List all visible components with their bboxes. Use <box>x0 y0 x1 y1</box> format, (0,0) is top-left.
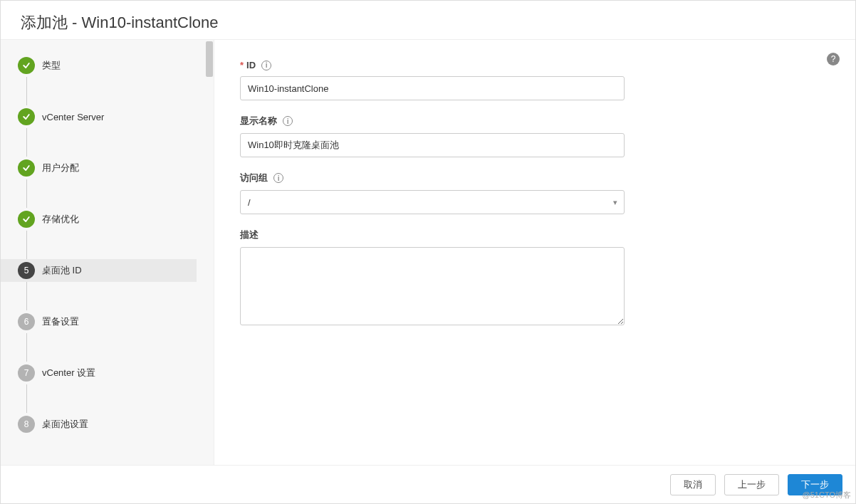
wizard-step-8: 8桌面池设置 <box>18 413 214 436</box>
help-icon[interactable]: ? <box>827 53 840 65</box>
info-icon[interactable]: i <box>283 116 293 126</box>
display-name-label-text: 显示名称 <box>240 115 277 127</box>
step-connector <box>26 77 27 105</box>
step-connector <box>26 384 27 413</box>
step-number-badge: 7 <box>18 364 35 382</box>
id-input[interactable] <box>240 76 625 100</box>
access-group-select[interactable]: / <box>240 190 625 214</box>
access-group-label-text: 访问组 <box>240 172 268 184</box>
wizard-step-1[interactable]: 类型 <box>18 54 214 77</box>
form-panel: ? * ID i 显示名称 i 访问组 i <box>214 40 855 465</box>
check-icon <box>18 57 35 74</box>
wizard-step-label: 用户分配 <box>42 162 79 174</box>
wizard-step-4[interactable]: 存储优化 <box>18 208 214 231</box>
info-icon[interactable]: i <box>261 61 271 70</box>
required-asterisk: * <box>240 60 244 70</box>
wizard-step-3[interactable]: 用户分配 <box>18 157 214 179</box>
step-connector <box>26 333 27 362</box>
wizard-step-label: vCenter 设置 <box>42 367 95 379</box>
check-icon <box>18 108 35 125</box>
watermark-text: @51CTO博客 <box>803 490 851 500</box>
dialog-footer: 取消 上一步 下一步 <box>1 465 855 503</box>
id-label-text: ID <box>246 60 256 70</box>
wizard-step-label: 类型 <box>42 59 61 72</box>
access-group-label: 访问组 i <box>240 172 639 184</box>
check-icon <box>18 159 35 177</box>
step-connector <box>26 231 27 259</box>
step-number-badge: 8 <box>18 416 35 433</box>
wizard-step-label: 存储优化 <box>42 213 79 226</box>
info-icon[interactable]: i <box>273 173 283 183</box>
wizard-step-label: vCenter Server <box>42 112 104 122</box>
step-connector <box>26 179 27 208</box>
description-label: 描述 <box>240 229 639 241</box>
dialog-title: 添加池 - Win10-instantClone <box>1 1 855 39</box>
check-icon <box>18 211 35 228</box>
step-connector <box>26 282 27 310</box>
step-connector <box>26 128 27 157</box>
wizard-step-5: 5桌面池 ID <box>1 259 197 282</box>
wizard-sidebar: 类型vCenter Server用户分配存储优化5桌面池 ID6置备设置7vCe… <box>1 40 214 465</box>
description-label-text: 描述 <box>240 229 259 241</box>
display-name-input[interactable] <box>240 133 625 157</box>
cancel-button[interactable]: 取消 <box>670 474 716 495</box>
step-number-badge: 5 <box>18 262 35 279</box>
wizard-step-label: 置备设置 <box>42 315 79 328</box>
display-name-label: 显示名称 i <box>240 115 639 127</box>
wizard-step-label: 桌面池设置 <box>42 418 88 431</box>
description-textarea[interactable] <box>240 247 625 325</box>
previous-button[interactable]: 上一步 <box>724 474 779 495</box>
step-number-badge: 6 <box>18 313 35 330</box>
id-label: * ID i <box>240 60 639 70</box>
wizard-step-label: 桌面池 ID <box>42 264 82 277</box>
wizard-step-6: 6置备设置 <box>18 310 214 333</box>
wizard-step-7: 7vCenter 设置 <box>18 362 214 384</box>
wizard-step-2[interactable]: vCenter Server <box>18 105 214 128</box>
